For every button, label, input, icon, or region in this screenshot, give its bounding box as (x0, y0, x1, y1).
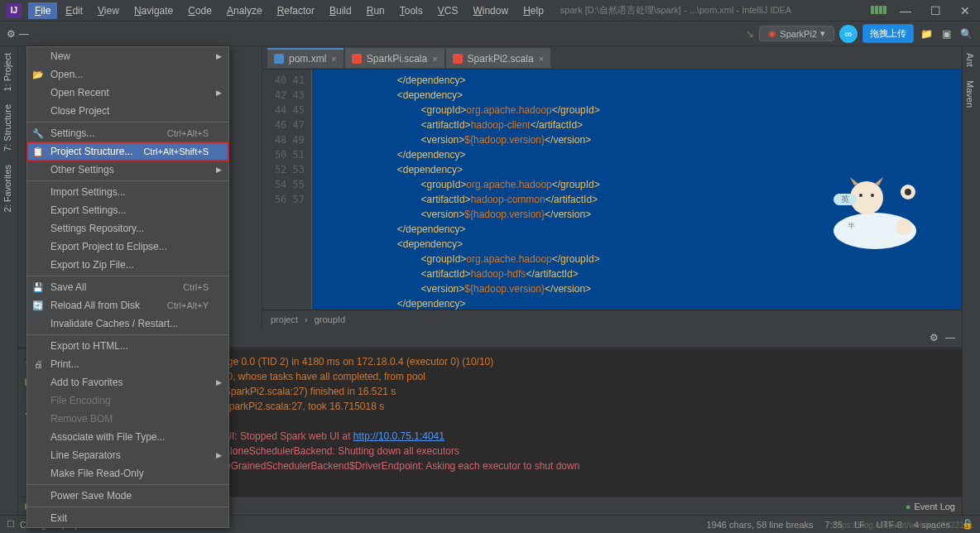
menu-item-shortcut: Ctrl+S (183, 282, 209, 292)
app-icon: IJ (7, 3, 22, 18)
menu-item-project-structure[interactable]: 📋Project Structure...Ctrl+Alt+Shift+S (27, 142, 228, 161)
run-config-selector[interactable]: ◉ SparkPi2 ▾ (759, 26, 834, 41)
menu-item-label: File Encoding (50, 395, 111, 406)
menu-edit[interactable]: Edit (59, 2, 89, 19)
menu-item-label: Line Separators (50, 449, 121, 461)
menu-separator (27, 507, 228, 507)
menu-item-open-recent[interactable]: Open Recent▶ (27, 84, 228, 102)
menu-view[interactable]: View (91, 2, 126, 19)
code-editor[interactable]: 40 41 42 43 44 45 46 47 48 49 50 51 52 5… (262, 70, 962, 310)
menu-item-label: Print... (50, 358, 79, 370)
menu-item-icon: 🖨 (32, 358, 44, 370)
menu-item-label: Exit (50, 512, 67, 524)
menu-item-save-all[interactable]: 💾Save AllCtrl+S (27, 278, 228, 296)
menu-tools[interactable]: Tools (393, 2, 430, 19)
event-log-tab[interactable]: ●Event Log (906, 502, 955, 511)
menu-item-other-settings[interactable]: Other Settings▶ (27, 161, 228, 179)
menu-item-export-project-to-eclipse[interactable]: Export Project to Eclipse... (27, 238, 228, 256)
left-tab-7-structure[interactable]: 7: Structure (0, 98, 17, 158)
menu-item-line-separators[interactable]: Line Separators▶ (27, 446, 228, 464)
menu-window[interactable]: Window (466, 2, 515, 19)
menu-item-make-file-read-only[interactable]: Make File Read-Only (27, 464, 228, 483)
file-menu-dropdown: New▶📂Open...Open Recent▶Close Project🔧Se… (26, 46, 229, 528)
menu-item-label: Export Settings... (50, 204, 126, 216)
left-tab-2-favorites[interactable]: 2: Favorites (0, 158, 17, 218)
menu-navigate[interactable]: Navigate (127, 2, 180, 19)
menu-build[interactable]: Build (323, 2, 358, 19)
run-config-label: SparkPi2 (780, 29, 817, 39)
tab-close-icon[interactable]: × (539, 54, 544, 64)
menu-item-label: Associate with File Type... (50, 431, 166, 443)
menu-item-icon: 📋 (32, 146, 44, 157)
tab-sparkpi-scala[interactable]: SparkPi.scala× (345, 48, 444, 68)
menu-item-export-to-html[interactable]: Export to HTML... (27, 337, 228, 355)
menu-item-export-to-zip-file[interactable]: Export to Zip File... (27, 256, 228, 274)
menu-separator (27, 276, 228, 276)
menu-item-label: New (50, 50, 70, 62)
close-button[interactable]: ✕ (954, 2, 977, 19)
menu-item-close-project[interactable]: Close Project (27, 102, 228, 120)
menu-item-settings-repository[interactable]: Settings Repository... (27, 219, 228, 238)
menu-file[interactable]: File (28, 2, 57, 19)
menu-item-label: Import Settings... (50, 186, 126, 198)
menu-item-label: Invalidate Caches / Restart... (50, 318, 178, 329)
run-config-icon: ◉ (768, 28, 776, 39)
tab-file-icon (453, 54, 463, 64)
right-tool-gutter: AntMaven (962, 46, 980, 515)
search-icon[interactable]: 🔍 (958, 26, 973, 41)
upload-button[interactable]: 拖拽上传 (862, 24, 914, 43)
screenshot-icon[interactable]: ▣ (939, 26, 954, 41)
menu-item-label: Settings Repository... (50, 223, 144, 234)
build-hammer-icon[interactable]: ↘ (746, 28, 754, 40)
menu-item-label: Power Save Mode (50, 490, 132, 502)
console-settings-icon[interactable]: ⚙ (930, 332, 939, 343)
menu-item-export-settings[interactable]: Export Settings... (27, 201, 228, 219)
maximize-button[interactable]: ☐ (924, 2, 947, 19)
menu-item-settings[interactable]: 🔧Settings...Ctrl+Alt+S (27, 124, 228, 142)
menu-item-label: Export Project to Eclipse... (50, 241, 167, 252)
right-tab-maven[interactable]: Maven (963, 74, 978, 114)
menu-item-icon: 🔧 (32, 127, 44, 139)
menu-item-reload-all-from-disk[interactable]: 🔄Reload All from DiskCtrl+Alt+Y (27, 296, 228, 315)
breadcrumb-item[interactable]: project (271, 315, 298, 324)
watermark: https://blog.csdn.net/weixin_43822131 (833, 521, 973, 530)
left-tab-1-project[interactable]: 1: Project (0, 46, 17, 98)
menu-help[interactable]: Help (516, 2, 550, 19)
menu-item-associate-with-file-type[interactable]: Associate with File Type... (27, 428, 228, 446)
menu-item-new[interactable]: New▶ (27, 47, 228, 65)
menu-code[interactable]: Code (181, 2, 219, 19)
main-toolbar: ⚙ — ↘ ◉ SparkPi2 ▾ ∞ 拖拽上传 📁 ▣ 🔍 (0, 22, 980, 46)
breadcrumb-item[interactable]: groupId (315, 315, 345, 324)
menu-item-print[interactable]: 🖨Print... (27, 355, 228, 373)
perf-bars (871, 5, 887, 17)
minimize-panel-icon[interactable]: — (19, 28, 29, 40)
title-path: spark [D:\自然语言处理\spark] - ...\pom.xml - … (560, 4, 791, 17)
right-tab-ant[interactable]: Ant (963, 46, 978, 74)
menu-item-exit[interactable]: Exit (27, 509, 228, 527)
menu-vcs[interactable]: VCS (431, 2, 465, 19)
menu-item-open[interactable]: 📂Open... (27, 65, 228, 84)
settings-icon[interactable]: ⚙ (7, 28, 16, 40)
menu-item-add-to-favorites[interactable]: Add to Favorites▶ (27, 373, 228, 391)
status-chars: 1946 chars, 58 line breaks (707, 520, 814, 530)
menu-run[interactable]: Run (360, 2, 392, 19)
menu-item-icon: 🔄 (32, 300, 44, 311)
console-hide-icon[interactable]: — (945, 332, 955, 343)
menu-refactor[interactable]: Refactor (271, 2, 321, 19)
cloud-sync-icon[interactable]: ∞ (839, 25, 858, 43)
menu-item-icon: 💾 (32, 281, 44, 293)
menu-item-invalidate-caches-restart[interactable]: Invalidate Caches / Restart... (27, 315, 228, 333)
tab-close-icon[interactable]: × (331, 54, 336, 64)
menu-item-label: Remove BOM (50, 413, 113, 425)
menu-separator (27, 122, 228, 122)
minimize-button[interactable]: — (894, 2, 917, 19)
code-content[interactable]: </dependency> <dependency> <groupId>org.… (312, 70, 962, 310)
tab-pom-xml[interactable]: pom.xml× (267, 48, 343, 68)
tab-sparkpi2-scala[interactable]: SparkPi2.scala× (446, 48, 550, 68)
menu-item-label: Save All (50, 281, 86, 293)
menu-item-power-save-mode[interactable]: Power Save Mode (27, 487, 228, 505)
open-folder-icon[interactable]: 📁 (919, 26, 934, 41)
menu-item-import-settings[interactable]: Import Settings... (27, 183, 228, 201)
menu-analyze[interactable]: Analyze (220, 2, 269, 19)
tab-close-icon[interactable]: × (432, 54, 437, 64)
